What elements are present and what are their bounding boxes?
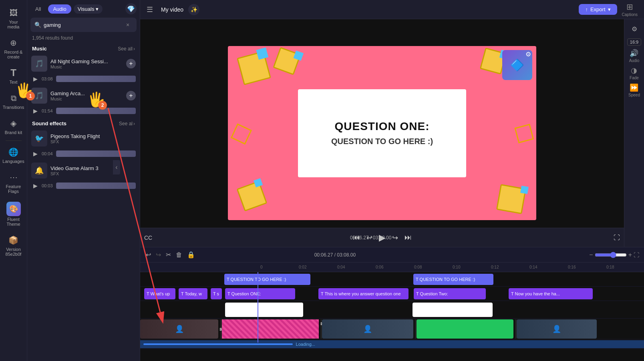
track-row-audio: Loading... [140, 339, 644, 349]
sidebar-item-label: Text [9, 80, 17, 84]
sidebar-item-label: Record &create [4, 50, 23, 59]
clip-question-1[interactable]: T QUESTION TO GO HERE :) [224, 274, 310, 285]
premium-icon[interactable]: 💎 [125, 3, 137, 14]
languages-icon: 🌐 [8, 146, 19, 158]
fit-icon[interactable]: ⛶ [634, 252, 639, 258]
zoom-in-icon[interactable]: + [628, 251, 632, 259]
filter-tab-all[interactable]: All [30, 4, 46, 14]
track-content-1: T QUESTION TO GO HERE :) T QUESTION TO G… [140, 272, 644, 286]
sidebar-item-transitions[interactable]: ⧉ Transitions [2, 89, 26, 113]
video-settings-icon[interactable]: ⚙ [523, 49, 533, 59]
ruler-mark-18: 0:18 [606, 265, 644, 269]
play-sfx-1-button[interactable]: ▶ [31, 150, 39, 158]
sfx-playback-1: ▶ 00:04 [27, 149, 140, 160]
video-clip-2[interactable]: 👤 [322, 319, 413, 339]
clip-question-2[interactable]: T QUESTION TO GO HERE :) [413, 274, 493, 285]
chevron-right-icon-sfx: › [133, 121, 135, 126]
captions-panel[interactable]: ⊞ Captions [622, 2, 638, 17]
search-clear-button[interactable]: × [123, 20, 133, 30]
clip-answer-one[interactable]: T This is where you answer question one [318, 288, 409, 299]
forward-button[interactable]: ↪ [392, 233, 398, 242]
video-area: 🔷 [140, 19, 624, 247]
clip-whatsup[interactable]: T What's up [144, 288, 175, 299]
waveform-1 [56, 76, 136, 82]
waveform-sfx-2 [56, 183, 136, 189]
music-item-2[interactable]: 🎵 Gaming Arca... Music + [27, 85, 140, 106]
sidebar-item-label: Feature Flags [3, 184, 24, 194]
video-clip-3[interactable]: 👤 [517, 319, 597, 339]
video-clip-pink[interactable] [222, 319, 319, 339]
menu-icon[interactable]: ☰ [147, 5, 153, 14]
captions-icon: ⊞ [626, 2, 633, 12]
music-item-1[interactable]: 🎵 All Night Gaming Sessi... Music + [27, 53, 140, 74]
fullscreen-button[interactable]: ⛶ [614, 234, 620, 241]
video-preview-inner: 🔷 [228, 46, 536, 220]
delete-button[interactable]: 🗑 [175, 251, 183, 259]
zoom-slider[interactable] [595, 252, 627, 258]
loading-progress [143, 343, 293, 345]
sidebar: 🖼 Your media ⊕ Record &create T Text ⧉ T… [0, 0, 27, 361]
audio-control[interactable]: 🔊 Audio [629, 49, 640, 63]
speed-control[interactable]: ⏩ Speed [628, 83, 640, 97]
video-clip-green[interactable] [417, 319, 513, 339]
clip-ts[interactable]: T s [211, 288, 222, 299]
video-settings-gear-icon[interactable]: ⚙ [628, 22, 641, 35]
aspect-ratio-button[interactable]: 16:9 [627, 38, 641, 46]
search-bar: 🔍 × [30, 18, 137, 32]
sidebar-item-your-media[interactable]: 🖼 Your media [2, 4, 26, 32]
clip-label: T This is where you answer question one [321, 291, 401, 296]
fluent-theme-icon: 🎨 [6, 202, 21, 216]
magic-button[interactable]: ✨ [188, 4, 199, 15]
undo-button[interactable]: ↩ [145, 250, 152, 259]
fade-control[interactable]: ◑ Fade [630, 66, 639, 80]
sidebar-item-feature-flags[interactable]: ⋯ Feature Flags [2, 168, 26, 197]
redo-button[interactable]: ↪ [155, 250, 162, 259]
ruler-mark-14: 0:14 [529, 265, 567, 269]
chevron-left-icon: ‹ [115, 164, 117, 171]
cube-outline-1 [231, 123, 252, 144]
play-music-2-button[interactable]: ▶ [31, 107, 39, 115]
sidebar-item-brand-kit[interactable]: ◈ Brand kit [2, 114, 26, 138]
project-name[interactable]: My video [161, 6, 183, 13]
sidebar-item-text[interactable]: T Text [2, 64, 26, 88]
video-preview[interactable]: 🔷 [228, 46, 536, 220]
sidebar-item-record[interactable]: ⊕ Record &create [2, 34, 26, 62]
clip-white-1[interactable] [225, 303, 303, 317]
lock-button[interactable]: 🔒 [186, 250, 196, 259]
cut-button[interactable]: ✂ [165, 250, 172, 259]
clip-question-one[interactable]: T Question ONE: [225, 288, 295, 299]
sfx-item-1[interactable]: 🐦 Pigeons Taking Flight SFX [27, 128, 140, 149]
filter-tab-visuals[interactable]: Visuals ▾ [74, 4, 103, 14]
sidebar-item-version[interactable]: 📦 Version85e2b0f [2, 231, 26, 260]
clip-white-2[interactable] [413, 303, 493, 317]
sidebar-item-fluent-theme[interactable]: 🎨 Fluent Theme [2, 199, 26, 230]
sfx-see-all[interactable]: See al › [119, 121, 135, 126]
clip-now-you[interactable]: T Now you have the ha... [509, 288, 593, 299]
sidebar-item-languages[interactable]: 🌐 Languages [2, 143, 26, 167]
export-button[interactable]: ↑ Export ▾ [579, 4, 617, 15]
search-icon: 🔍 [34, 22, 41, 28]
brand-kit-icon: ◈ [8, 118, 19, 129]
clip-question-two[interactable]: T Question Two: [414, 288, 486, 299]
music-see-all[interactable]: See all › [118, 46, 135, 52]
play-sfx-2-button[interactable]: ▶ [31, 182, 39, 190]
video-clip-1[interactable]: 👤 [140, 319, 218, 339]
audio-icon: 🔊 [630, 49, 638, 58]
play-music-1-button[interactable]: ▶ [31, 75, 39, 83]
filter-tab-audio[interactable]: Audio [48, 4, 71, 14]
export-icon: ↑ [585, 6, 588, 12]
skip-to-end-button[interactable]: ⏭ [405, 233, 412, 242]
track-row-video: 👤 ⊠ ⊠ [140, 319, 644, 339]
clip-today[interactable]: T Today, w [179, 288, 207, 299]
video-canvas: 🔷 [140, 19, 624, 247]
panel-collapse-button[interactable]: ‹ [113, 160, 120, 174]
clip-label: T What's up [147, 291, 170, 296]
add-music-2-button[interactable]: + [126, 91, 136, 100]
time-display: 00:06.27 / 03:08.00 [350, 235, 391, 241]
sfx-item-2[interactable]: 🔔 Video Game Alarm 3 SFX [27, 160, 140, 181]
filter-tabs: All Audio Visuals ▾ 💎 [27, 0, 140, 16]
add-music-1-button[interactable]: + [126, 59, 136, 68]
captions-toggle-button[interactable]: CC [144, 235, 152, 241]
search-input[interactable] [44, 22, 121, 28]
zoom-out-icon[interactable]: − [589, 251, 593, 259]
